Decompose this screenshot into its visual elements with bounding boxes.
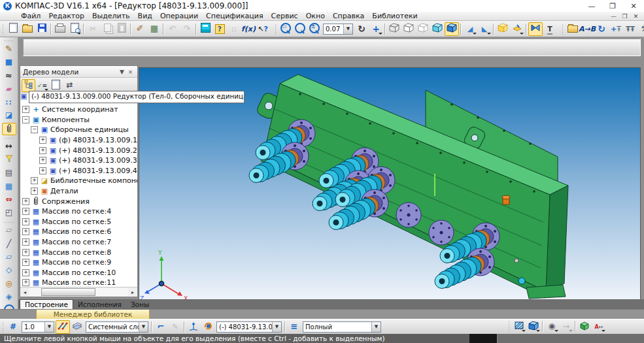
dropdown-arrow-icon[interactable]: [569, 330, 573, 332]
dropdown-arrow-icon[interactable]: [554, 330, 558, 332]
edit-component-button[interactable]: ✎: [2, 43, 16, 56]
tree-item[interactable]: +▣Детали: [20, 186, 137, 197]
tree-item[interactable]: +▦Массив по сетке:4: [20, 206, 137, 217]
corner-mode-button[interactable]: ⌐: [154, 320, 168, 334]
tab-построение[interactable]: Построение: [20, 299, 73, 309]
dropdown-arrow-icon[interactable]: [520, 33, 524, 35]
scroll-left-icon[interactable]: ◂: [20, 289, 29, 295]
menu-операции[interactable]: Операции: [156, 12, 202, 20]
mates-button[interactable]: [2, 123, 16, 135]
points-array-button[interactable]: ::: [2, 96, 16, 108]
tree-item[interactable]: +Сопряжения: [20, 196, 137, 206]
display-hidden-thin-button[interactable]: [416, 22, 430, 36]
insert-function-button[interactable]: f(x): [241, 22, 256, 36]
tab-зоны[interactable]: Зоны: [126, 299, 154, 309]
chevron-down-icon[interactable]: ▼: [139, 322, 148, 332]
tree-item[interactable]: +▣(+) 48031-9.13.009.200 Крышка: [20, 145, 137, 155]
print-preview-button[interactable]: [67, 22, 82, 36]
toolbar-drag-handle[interactable]: [4, 40, 14, 42]
snap-step-button[interactable]: #: [6, 320, 20, 334]
macro-element-button[interactable]: ◰: [2, 206, 16, 219]
tree-item[interactable]: −▣Сборочные единицы: [20, 125, 137, 135]
tree-expander-icon[interactable]: +: [31, 177, 38, 184]
zoom-pan-button[interactable]: [293, 22, 307, 36]
tree-item[interactable]: +▦Массив по сетке:9: [20, 257, 137, 268]
tree-item[interactable]: +▣(+) 48031-9.13.009.300 Лоток в: [20, 155, 137, 166]
report-button[interactable]: ▦: [2, 180, 16, 193]
offset-plane-button[interactable]: ▱: [2, 251, 16, 263]
sketch-mode-button[interactable]: ✎: [168, 320, 182, 334]
surface-button[interactable]: ▰: [2, 83, 16, 95]
dropdown-arrow-icon[interactable]: [487, 33, 491, 35]
minimize-button[interactable]: —: [581, 0, 602, 12]
menu-сервис[interactable]: Сервис: [267, 12, 302, 20]
tree-expander-icon[interactable]: +: [22, 238, 29, 246]
scroll-thumb[interactable]: [41, 288, 95, 296]
chevron-down-icon[interactable]: ▼: [343, 24, 352, 34]
tree-item[interactable]: +◪Библиотечные компоненты: [20, 176, 137, 186]
detail-combo[interactable]: Полный▼: [303, 321, 381, 333]
specification-button[interactable]: ▤: [2, 167, 16, 179]
zoom-scale-button[interactable]: ±: [307, 22, 322, 36]
tree-expander-icon[interactable]: −: [22, 116, 29, 123]
tree-expander-icon[interactable]: +: [22, 269, 29, 276]
tree-horizontal-scrollbar[interactable]: ◂ ▸: [20, 287, 137, 297]
display-shaded-edges-button[interactable]: [445, 22, 459, 36]
display-shaded-button[interactable]: [430, 22, 445, 36]
pin-icon[interactable]: ▼: [118, 69, 126, 75]
tree-composition-button[interactable]: ✓≡: [35, 79, 49, 92]
sheet-metal-button[interactable]: ◪: [2, 109, 16, 122]
orient-component-button[interactable]: [201, 320, 215, 334]
placement-axes-button[interactable]: [186, 320, 201, 334]
undo-button[interactable]: ↶: [165, 22, 180, 36]
mdi-close-button[interactable]: ✕: [630, 13, 641, 20]
copy-button[interactable]: [100, 22, 114, 36]
step-combo[interactable]: 1.0▼: [22, 321, 54, 333]
tree-expander-icon[interactable]: +: [31, 188, 38, 195]
tree-expander-icon[interactable]: +: [39, 157, 46, 164]
chevron-down-icon[interactable]: ▼: [371, 322, 381, 332]
zoom-frame-button[interactable]: ▭: [279, 22, 293, 36]
layers-button[interactable]: [70, 320, 84, 334]
menu-спецификация[interactable]: Спецификация: [202, 12, 267, 20]
dimension-text-button[interactable]: T: [543, 22, 557, 36]
auto-dimension-button[interactable]: A↔: [592, 319, 606, 333]
tree-doc-button[interactable]: [49, 79, 63, 92]
menu-справка[interactable]: Справка: [329, 12, 368, 20]
tree-structure-button[interactable]: [22, 79, 35, 92]
solid-display-button[interactable]: [526, 319, 541, 333]
convert-ab-button[interactable]: A→B: [580, 22, 594, 36]
menu-редактор[interactable]: Редактор: [44, 12, 88, 20]
print-button[interactable]: [53, 22, 67, 36]
chevron-down-icon[interactable]: ▼: [44, 322, 54, 332]
dropdown-arrow-icon[interactable]: [473, 33, 477, 35]
tree-item[interactable]: +▦Массив по сетке:8: [20, 247, 137, 257]
menu-вид[interactable]: Вид: [134, 12, 156, 20]
tree-expander-icon[interactable]: +: [22, 198, 29, 205]
clip-box-button[interactable]: [577, 319, 592, 333]
display-no-hidden-button[interactable]: [401, 22, 416, 36]
library-manager-button[interactable]: [198, 22, 212, 36]
menu-файл[interactable]: Файл: [17, 12, 44, 20]
mdi-minimize-button[interactable]: —: [608, 13, 619, 20]
snippet-button[interactable]: ▫: [227, 22, 241, 36]
dropdown-arrow-icon[interactable]: [602, 330, 605, 332]
tree-item[interactable]: +▣(ф) 48031-9.13.009.100 Корпус: [20, 135, 137, 146]
tab-library-manager[interactable]: Менеджер библиотек: [36, 310, 150, 319]
fastener-add-button[interactable]: +Ŧ: [609, 22, 623, 36]
mdi-restore-button[interactable]: ❐: [619, 13, 630, 20]
zoom-combo[interactable]: 0.07▼: [323, 24, 353, 35]
format-painter-button[interactable]: ✐: [133, 22, 147, 36]
spreadsheet-button[interactable]: ▦: [147, 22, 161, 36]
local-cs-button[interactable]: ◎: [2, 278, 16, 290]
section-display-button[interactable]: [512, 319, 526, 333]
redo-button[interactable]: ↷: [180, 22, 194, 36]
variables-button[interactable]: ?: [212, 22, 227, 36]
quick-display-button[interactable]: [528, 22, 543, 36]
tree-item[interactable]: +▣(+) 48031-9.13.009.400 Лоток м: [20, 166, 137, 176]
angle-plane-button[interactable]: ◇: [2, 264, 16, 276]
dropdown-arrow-icon[interactable]: [522, 330, 526, 332]
tree-display-button[interactable]: ≡: [287, 320, 301, 334]
tree-expander-icon[interactable]: +: [39, 147, 46, 154]
save-document-button[interactable]: [35, 22, 49, 36]
